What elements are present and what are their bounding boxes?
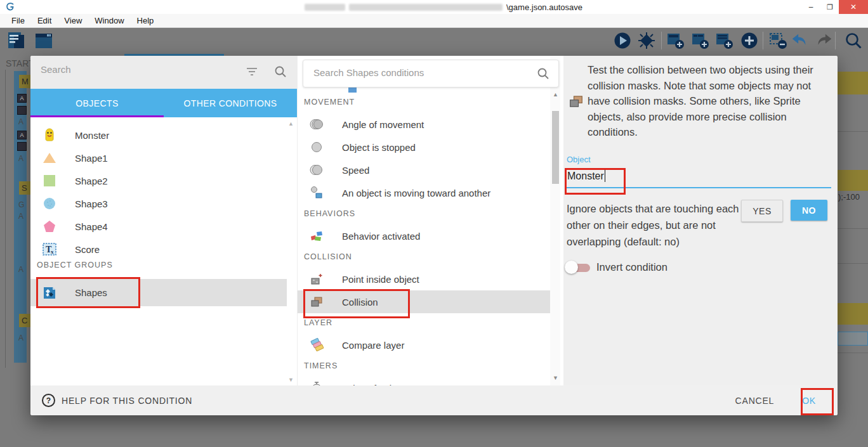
moving-toward-icon <box>309 185 324 200</box>
group-item-shapes[interactable]: Shapes <box>30 279 287 306</box>
debug-icon[interactable] <box>637 31 656 50</box>
tab-objects[interactable]: OBJECTS <box>30 89 164 117</box>
yes-button[interactable]: YES <box>741 200 783 222</box>
add-subevent-icon[interactable] <box>691 31 710 50</box>
close-button[interactable]: ✕ <box>839 0 868 14</box>
scroll-up-icon[interactable]: ▲ <box>553 91 558 98</box>
menu-help[interactable]: Help <box>131 16 161 25</box>
object-field[interactable]: Monster <box>567 170 605 182</box>
help-icon: ? <box>42 394 55 407</box>
parameters-panel: Test the collision between two objects u… <box>563 56 838 385</box>
menu-window[interactable]: Window <box>88 16 130 25</box>
object-item-score[interactable]: TxScore <box>30 238 287 261</box>
help-link[interactable]: ? HELP FOR THIS CONDITION <box>42 394 192 407</box>
item-label: Compare layer <box>342 340 404 351</box>
event-marker: A <box>18 334 23 342</box>
event-selected-row <box>838 332 868 346</box>
condition-item-value-of-a-timer[interactable]: Value of a timer <box>298 377 550 385</box>
minimize-button[interactable]: – <box>802 0 820 14</box>
condition-item-compare-layer[interactable]: Compare layer <box>298 334 550 356</box>
collision-icon <box>567 93 585 110</box>
tab-other-conditions[interactable]: OTHER CONDITIONS <box>164 89 297 117</box>
event-marker: A <box>18 212 23 221</box>
invert-condition-toggle[interactable] <box>565 260 594 275</box>
search-icon[interactable] <box>274 65 287 78</box>
condition-item-an-object-is-moving-toward-another[interactable]: An object is moving toward another <box>298 181 550 204</box>
objects-panel: OBJECTSOTHER CONDITIONS MonsterShape1Sha… <box>30 56 297 385</box>
background-events-right: );-100 <box>838 55 868 447</box>
menu-file[interactable]: File <box>5 16 31 25</box>
conditions-search-input[interactable] <box>312 67 524 79</box>
object-item-monster[interactable]: Monster <box>30 124 287 146</box>
gdevelop-window: \game.json.autosave – ❐ ✕ FileEditViewWi… <box>0 0 868 447</box>
toolbar-separator <box>763 32 763 49</box>
title-bar: \game.json.autosave – ❐ ✕ <box>0 0 868 14</box>
circle-blue-icon <box>42 196 57 211</box>
item-label: Shape4 <box>75 221 108 232</box>
conditions-scrollbar[interactable] <box>550 56 560 385</box>
condition-item-angle-of-movement[interactable]: Angle of movement <box>298 113 550 136</box>
event-marker: A <box>17 131 27 139</box>
redo-icon[interactable] <box>815 31 834 50</box>
section-header-collision: COLLISION <box>304 252 352 261</box>
layer-icon <box>309 337 324 353</box>
scrollbar-thumb[interactable] <box>552 111 559 184</box>
scene-editor-icon[interactable] <box>33 30 55 51</box>
condition-editor-dialog: OBJECTSOTHER CONDITIONS MonsterShape1Sha… <box>30 56 838 415</box>
background-events-left: START MAAAASGAACA <box>0 55 30 447</box>
menu-view[interactable]: View <box>58 16 88 25</box>
item-label: Value of a timer <box>342 383 408 386</box>
no-button[interactable]: NO <box>791 200 827 221</box>
section-header-movement: MOVEMENT <box>304 98 355 107</box>
object-item-shape1[interactable]: Shape1 <box>30 146 287 169</box>
add-more-icon[interactable] <box>740 31 759 50</box>
event-marker <box>17 106 27 115</box>
condition-item-speed[interactable]: Speed <box>298 159 550 181</box>
object-item-shape4[interactable]: Shape4 <box>30 215 287 238</box>
scroll-down-icon[interactable]: ▼ <box>553 375 558 381</box>
toggle-knob <box>565 261 578 274</box>
point-inside-icon <box>309 271 324 287</box>
maximize-button[interactable]: ❐ <box>821 0 839 14</box>
item-label: Shape2 <box>75 176 108 186</box>
filter-icon[interactable] <box>246 67 258 77</box>
condition-item-point-inside-object[interactable]: Point inside object <box>298 268 550 290</box>
object-item-shape2[interactable]: Shape2 <box>30 169 287 192</box>
objects-search-input[interactable] <box>39 63 232 75</box>
menu-edit[interactable]: Edit <box>31 16 58 25</box>
condition-item-collision[interactable]: Collision <box>298 290 550 313</box>
event-action-text: );-100 <box>838 192 860 202</box>
scroll-up-icon[interactable]: ▲ <box>288 120 294 127</box>
item-label: Behavior activated <box>342 231 420 242</box>
event-divider <box>838 353 868 353</box>
item-label: Angle of movement <box>342 119 424 130</box>
item-label: Point inside object <box>342 274 419 285</box>
add-event-icon[interactable] <box>666 31 685 50</box>
undo-icon[interactable] <box>790 31 809 50</box>
cancel-button[interactable]: CANCEL <box>735 396 775 406</box>
conditions-search-bar <box>303 60 559 87</box>
conditions-panel: MOVEMENTAngle of movementObject is stopp… <box>297 56 564 385</box>
toolbar <box>0 29 868 55</box>
section-header-layer: LAYER <box>304 318 332 327</box>
section-header-timers: TIMERS <box>304 361 338 370</box>
ok-button[interactable]: OK <box>802 396 816 406</box>
event-tree-line <box>5 70 6 368</box>
item-label: Monster <box>75 130 109 141</box>
events-sheet-icon[interactable] <box>6 30 28 51</box>
condition-item-behavior-activated[interactable]: Behavior activated <box>298 224 550 247</box>
add-comment-icon[interactable] <box>715 31 734 50</box>
square-green-icon <box>42 173 57 188</box>
item-label: Shape3 <box>75 198 108 209</box>
triangle-orange-icon <box>42 150 57 165</box>
condition-item-object-is-stopped[interactable]: Object is stopped <box>298 136 550 159</box>
item-label: Object is stopped <box>342 142 416 153</box>
search-icon[interactable] <box>537 67 549 80</box>
scroll-down-icon[interactable]: ▼ <box>288 377 294 383</box>
menu-bar: FileEditViewWindowHelp <box>0 14 868 28</box>
remove-event-icon[interactable] <box>769 31 788 50</box>
preview-icon[interactable] <box>613 31 632 50</box>
search-icon[interactable] <box>844 31 863 50</box>
event-marker: G <box>18 200 24 209</box>
object-item-shape3[interactable]: Shape3 <box>30 192 287 215</box>
